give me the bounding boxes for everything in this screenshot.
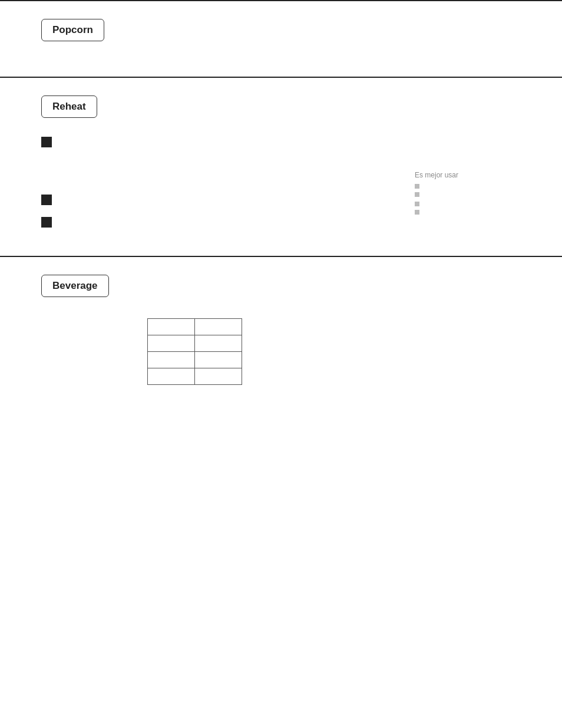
reheat-right-column: Es mejor usar — [415, 136, 521, 238]
beverage-label: Beverage — [41, 275, 109, 297]
sidebar-list-item — [415, 184, 521, 189]
table-cell — [148, 319, 195, 335]
table-row — [148, 319, 242, 335]
table-cell — [195, 335, 242, 352]
table-cell — [148, 368, 195, 385]
table-cell — [148, 352, 195, 368]
small-square-icon — [415, 202, 419, 206]
sidebar-list-item — [415, 192, 521, 197]
table-row — [148, 368, 242, 385]
reheat-sidebar-list-2 — [415, 202, 521, 215]
reheat-content: Es mejor usar — [41, 136, 521, 238]
sidebar-list-item — [415, 210, 521, 215]
reheat-label: Reheat — [41, 95, 97, 118]
beverage-table — [147, 318, 242, 385]
bullet-square-icon — [41, 137, 52, 147]
small-square-icon — [415, 192, 419, 197]
popcorn-label: Popcorn — [41, 19, 104, 41]
table-row — [148, 352, 242, 368]
table-cell — [195, 319, 242, 335]
table-cell — [148, 335, 195, 352]
sidebar-list-item — [415, 202, 521, 206]
bullet-square-icon-2 — [41, 195, 52, 205]
table-cell — [195, 368, 242, 385]
popcorn-section: Popcorn — [0, 0, 562, 77]
beverage-section: Beverage — [0, 256, 562, 403]
small-square-icon — [415, 184, 419, 189]
reheat-left-column — [41, 136, 379, 238]
bullet-square-icon-3 — [41, 217, 52, 228]
reheat-sidebar-title: Es mejor usar — [415, 171, 521, 179]
table-row — [148, 335, 242, 352]
reheat-section: Reheat Es mejor usar — [0, 77, 562, 256]
reheat-sidebar-list-1 — [415, 184, 521, 197]
beverage-content — [41, 318, 521, 385]
reheat-bullet-1 — [41, 136, 379, 147]
small-square-icon — [415, 210, 419, 215]
reheat-bullet-2 — [41, 193, 379, 205]
table-cell — [195, 352, 242, 368]
reheat-bullet-3 — [41, 216, 379, 228]
